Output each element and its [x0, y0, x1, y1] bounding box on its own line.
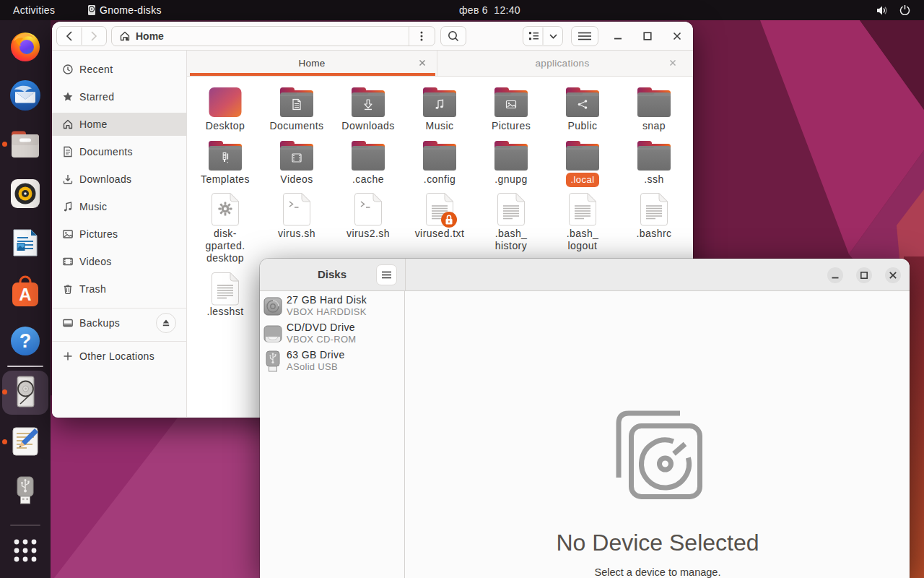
svg-text:?: ? [19, 330, 32, 352]
svg-text:A: A [19, 285, 31, 304]
